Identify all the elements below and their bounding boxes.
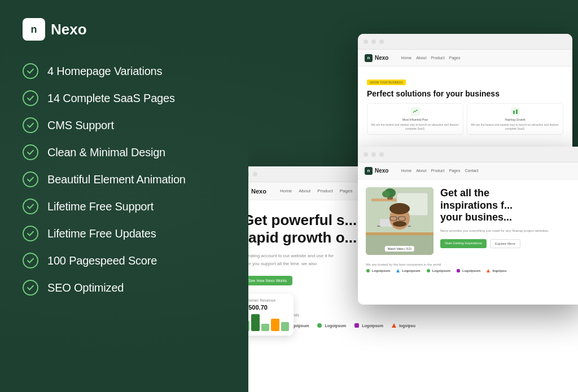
- mockup-3-nav-links: Home About Product Pages Contact: [401, 169, 478, 173]
- check-icon: [23, 63, 38, 79]
- feature-text: Beautiful Element Animation: [47, 173, 186, 186]
- mockup-3: n Nexo Home About Product Pages Contact: [358, 147, 578, 305]
- left-panel: n Nexo 4 Homepage Variations: [0, 0, 248, 392]
- mockup-3-brand: Nexo: [375, 168, 388, 174]
- mockup-1-brand: Nexo: [375, 55, 388, 61]
- svg-rect-22: [371, 199, 397, 201]
- mockup-1-stat-label-2: Hashtag Growth: [505, 118, 525, 121]
- svg-rect-27: [366, 232, 434, 235]
- check-icon: [23, 117, 38, 133]
- svg-point-38: [427, 269, 430, 272]
- mockup-2-sub: Creating account to our website and use …: [248, 252, 356, 267]
- check-icon: [23, 280, 38, 296]
- mockup-2-logo-item: Logoipsum: [354, 323, 383, 328]
- check-icon: [23, 90, 38, 106]
- mockup-1-nav: n Nexo Home About Product Pages: [358, 50, 572, 67]
- feature-text: Lifetime Free Updates: [47, 227, 156, 240]
- mockup-2-cta-button[interactable]: See How Nexo Works: [248, 276, 292, 285]
- mockup-1-stat-2: Hashtag Growth We are the fastest and ea…: [467, 103, 563, 135]
- mockup-1-hero-title: Perfect solutions for your business: [367, 89, 563, 99]
- mockup-3-logo-item: Logoipsum: [426, 268, 450, 273]
- mockup-2-trusted-label: Trusted by 2,000+ digital brands: [248, 313, 578, 323]
- feature-text: SEO Optimized: [47, 281, 124, 294]
- browser-dot: [379, 152, 384, 157]
- mockup-3-secondary-button[interactable]: Explore More: [490, 239, 520, 248]
- mockup-1-stat-text-2: We are the fastest and easiest way to la…: [471, 123, 559, 131]
- svg-marker-40: [487, 269, 490, 272]
- mockup-3-trusted-text: We are trusted by the best companies in …: [366, 263, 576, 266]
- mockup-1-badge: GROW YOUR BUSINESS: [367, 80, 406, 85]
- browser-dot: [248, 172, 249, 177]
- list-item: 4 Homepage Variations: [23, 63, 226, 79]
- bar-4: [271, 319, 279, 332]
- mockup-3-image-container: Watch Video • 3:21: [366, 187, 434, 255]
- feature-text: 4 Homepage Variations: [47, 65, 162, 78]
- page-content: n Nexo 4 Homepage Variations: [0, 0, 578, 392]
- mockup-1-logo: n Nexo: [365, 54, 388, 62]
- mockup-3-primary-button[interactable]: Start Getting Inspirations: [440, 239, 487, 248]
- browser-bar-3: [358, 147, 578, 162]
- browser-bar-1: [358, 34, 572, 50]
- browser-dot: [253, 172, 257, 177]
- list-item: SEO Optimized: [23, 280, 226, 296]
- mockup-3-logo-item: logoipsu: [486, 268, 506, 273]
- mockup-3-hero: Watch Video • 3:21 Get all theinspiratio…: [358, 179, 578, 263]
- brand-name: Nexo: [51, 21, 87, 38]
- mockup-3-logo-list: Logoipsum Logoipsum Logoipsum Logoi: [366, 268, 576, 273]
- bar-5: [281, 322, 289, 332]
- mockup-3-hero-image: Watch Video • 3:21: [366, 187, 434, 255]
- mockup-1-hero: GROW YOUR BUSINESS Perfect solutions for…: [358, 67, 572, 135]
- svg-rect-18: [354, 323, 359, 328]
- svg-rect-1: [516, 109, 518, 114]
- mockup-1-nav-links: Home About Product Pages: [401, 56, 460, 60]
- mockup-3-logo: n Nexo: [365, 167, 388, 175]
- mockup-content-3: n Nexo Home About Product Pages Contact: [358, 162, 578, 305]
- mockup-2-logo-item: Logoipsum: [317, 323, 346, 328]
- features-list: 4 Homepage Variations 14 Complete SaaS P…: [23, 63, 226, 296]
- mockup-1-logo-icon: n: [365, 54, 373, 62]
- browser-dot: [364, 152, 368, 157]
- mockup-1-stat-icon-1: [411, 107, 420, 116]
- mockup-1-stat-label-1: Most Influential Post: [402, 118, 428, 121]
- check-icon: [23, 253, 38, 268]
- logo-icon: n: [23, 18, 45, 41]
- browser-dot: [364, 39, 368, 44]
- feature-text: 14 Complete SaaS Pages: [47, 92, 175, 105]
- feature-text: Lifetime Free Support: [47, 200, 154, 213]
- svg-point-36: [366, 269, 370, 272]
- svg-marker-19: [392, 323, 396, 328]
- mockup-3-buttons: Start Getting Inspirations Explore More: [440, 239, 576, 248]
- bar-2: [251, 314, 259, 331]
- data-card-label: Customer Revenue: [248, 298, 289, 302]
- bar-1: [248, 321, 249, 331]
- browser-dot: [379, 39, 384, 44]
- check-icon: [23, 199, 38, 214]
- svg-rect-39: [457, 269, 460, 272]
- mockup-1: n Nexo Home About Product Pages GROW YOU…: [358, 34, 572, 164]
- feature-text: Clean & Minimal Design: [47, 146, 165, 159]
- svg-point-35: [393, 221, 406, 227]
- mockup-2-logo-item: logoipsu: [391, 323, 415, 328]
- mockup-1-stat-1: Most Influential Post We are the fastest…: [367, 103, 463, 135]
- list-item: CMS Support: [23, 117, 226, 133]
- svg-point-31: [389, 203, 410, 214]
- data-bar-chart: [248, 314, 289, 331]
- browser-dot: [371, 152, 376, 157]
- mockup-3-trusted: We are trusted by the best companies in …: [358, 263, 578, 278]
- mockup-3-sub: Nexo provides you everything you need fo…: [440, 228, 576, 234]
- list-item: 14 Complete SaaS Pages: [23, 90, 226, 106]
- mockup-3-title: Get all theinspirations f...your busines…: [440, 187, 576, 224]
- mockup-3-logo-item: Logoipsum: [456, 268, 480, 273]
- mockup-1-stats: Most Influential Post We are the fastest…: [367, 103, 563, 135]
- mockup-1-stat-icon-2: [511, 107, 520, 116]
- mockup-3-logo-item: Logoipsum: [366, 268, 390, 273]
- list-item: Clean & Minimal Design: [23, 144, 226, 160]
- check-icon: [23, 144, 38, 160]
- browser-dot: [371, 39, 376, 44]
- mockup-2-brand: Nexo: [251, 188, 266, 195]
- mockup-2-data-card: Customer Revenue $2500.70: [248, 294, 294, 336]
- logo: n Nexo: [23, 18, 226, 41]
- svg-point-17: [317, 323, 322, 328]
- svg-rect-0: [513, 111, 515, 114]
- check-icon: [23, 171, 38, 187]
